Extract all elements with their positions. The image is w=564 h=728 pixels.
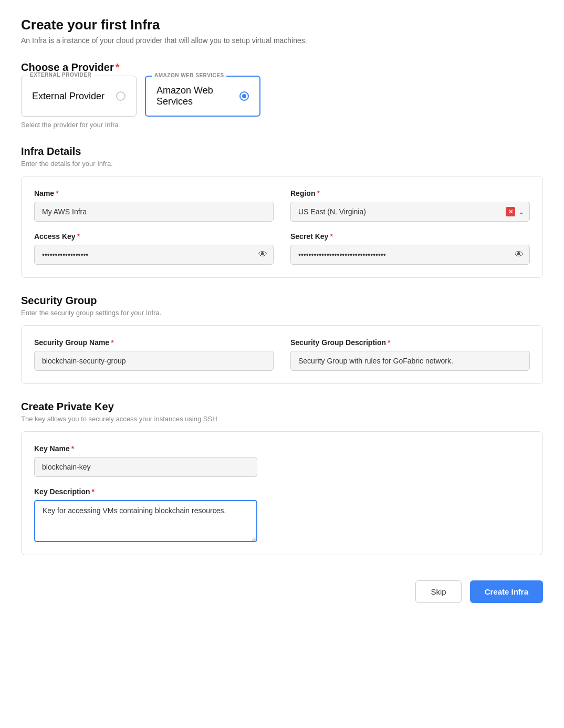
security-group-form: Security Group Name* Security Group Desc… [21,325,543,384]
infra-details-title: Infra Details [21,145,543,158]
provider-options: EXTERNAL PROVIDER External Provider AMAZ… [21,76,543,117]
region-chevron-icon: ⌄ [518,207,525,216]
key-name-group: Key Name* [34,444,257,477]
skip-button[interactable]: Skip [415,580,461,603]
key-name-label: Key Name* [34,444,257,453]
private-key-form: Key Name* Key Description* Key for acces… [21,431,543,555]
region-badges: ✕ ⌄ [506,207,525,216]
provider-aws-label-small: AMAZON WEB SERVICES [152,72,226,78]
provider-external-radio[interactable] [116,91,126,101]
access-key-wrapper: 👁 [34,245,274,265]
security-group-section: Security Group Enter the security group … [21,295,543,384]
region-input[interactable] [290,202,530,222]
provider-external-text: External Provider [32,91,105,102]
private-key-title: Create Private Key [21,401,543,413]
infra-details-form: Name* Region* ✕ ⌄ [21,176,543,278]
secret-key-label: Secret Key* [290,232,530,241]
page-subtitle: An Infra is a instance of your cloud pro… [21,36,543,45]
secret-key-input[interactable] [290,245,530,265]
infra-row-2: Access Key* 👁 Secret Key* 👁 [34,232,530,265]
access-key-input[interactable] [34,245,274,265]
key-row-2: Key Description* Key for accessing VMs c… [34,487,530,542]
provider-aws-radio[interactable] [239,91,249,101]
sg-name-label: Security Group Name* [34,338,274,347]
key-name-input[interactable] [34,457,257,477]
key-description-textarea[interactable]: Key for accessing VMs containing blockch… [34,500,257,542]
access-key-eye-icon[interactable]: 👁 [258,249,267,260]
name-input[interactable] [34,202,274,222]
provider-section: Choose a Provider* EXTERNAL PROVIDER Ext… [21,61,543,129]
security-row-1: Security Group Name* Security Group Desc… [34,338,530,371]
provider-aws-radio-inner [242,94,246,98]
create-infra-button[interactable]: Create Infra [470,580,543,603]
infra-details-subtitle: Enter the details for your Infra. [21,160,543,168]
access-key-group: Access Key* 👁 [34,232,274,265]
provider-card-aws[interactable]: AMAZON WEB SERVICES Amazon Web Services [145,76,260,117]
infra-row-1: Name* Region* ✕ ⌄ [34,189,530,222]
secret-key-eye-icon[interactable]: 👁 [515,249,524,260]
region-label: Region* [290,189,530,197]
sg-description-label: Security Group Description* [290,338,530,347]
provider-card-external[interactable]: EXTERNAL PROVIDER External Provider [21,76,137,117]
key-row-1: Key Name* [34,444,530,477]
sg-name-input[interactable] [34,351,274,371]
sg-description-input[interactable] [290,351,530,371]
page-title: Create your first Infra [21,17,543,33]
provider-hint: Select the provider for your Infra [21,121,543,129]
name-label: Name* [34,189,274,197]
security-group-subtitle: Enter the security group settings for yo… [21,309,543,317]
provider-section-title: Choose a Provider* [21,61,543,74]
secret-key-wrapper: 👁 [290,245,530,265]
name-group: Name* [34,189,274,222]
security-group-title: Security Group [21,295,543,307]
secret-key-group: Secret Key* 👁 [290,232,530,265]
region-group: Region* ✕ ⌄ [290,189,530,222]
key-description-group: Key Description* Key for accessing VMs c… [34,487,257,542]
provider-aws-text: Amazon Web Services [156,85,234,107]
access-key-label: Access Key* [34,232,274,241]
provider-external-label-small: EXTERNAL PROVIDER [28,72,93,78]
private-key-subtitle: The key allows you to securely access yo… [21,415,543,423]
sg-description-group: Security Group Description* [290,338,530,371]
key-description-label: Key Description* [34,487,257,496]
sg-name-group: Security Group Name* [34,338,274,371]
action-bar: Skip Create Infra [21,572,543,603]
private-key-section: Create Private Key The key allows you to… [21,401,543,555]
infra-details-section: Infra Details Enter the details for your… [21,145,543,278]
region-clear-button[interactable]: ✕ [506,207,515,216]
region-wrapper: ✕ ⌄ [290,202,530,222]
